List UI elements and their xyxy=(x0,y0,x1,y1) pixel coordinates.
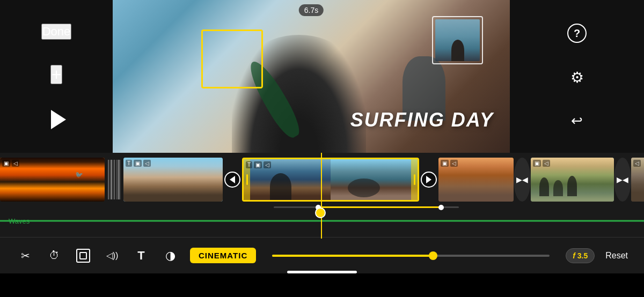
crop-tool[interactable] xyxy=(74,247,92,265)
volume-icon: ◁)) xyxy=(106,250,119,261)
clip-surfers-icons: ▣ ◁ xyxy=(533,160,550,167)
clips-strip: 🐦 ▣ ◁ T ▣ ◁ xyxy=(0,153,644,206)
focus-box-primary[interactable] xyxy=(201,29,263,88)
aperture-icon: f xyxy=(573,251,575,260)
clip-active-right xyxy=(331,159,418,200)
mini-figure xyxy=(451,40,464,61)
clip-sunset[interactable]: 🐦 ▣ ◁ xyxy=(0,158,105,202)
clip-beach2-icons: ▣ ◁ xyxy=(441,160,458,167)
clip-beach-icons: T ▣ ◁ xyxy=(126,160,151,167)
clip-surfers[interactable]: ▣ ◁ xyxy=(531,158,614,202)
cinematic-slider-area xyxy=(272,255,550,257)
clip-handle-right[interactable] xyxy=(411,159,418,200)
skip-right-button[interactable] xyxy=(421,172,437,188)
skip-left-icon xyxy=(230,176,235,183)
timeline-area: 🐦 ▣ ◁ T ▣ ◁ xyxy=(0,153,644,273)
clip-active[interactable]: T ▣ ◁ xyxy=(242,158,419,202)
cinematic-slider-thumb[interactable] xyxy=(429,251,437,260)
home-indicator xyxy=(287,271,357,273)
add-button[interactable]: + xyxy=(50,65,63,84)
left-panel: Done + xyxy=(0,0,113,153)
settings-button[interactable]: ⚙ xyxy=(570,69,584,86)
playhead-line xyxy=(321,153,322,214)
audio-track-label: Waves xyxy=(5,216,33,226)
right-panel: ? ⚙ ↩ xyxy=(510,0,644,153)
skip-left-button[interactable] xyxy=(224,172,240,188)
speed-tool[interactable]: ⏱ xyxy=(45,247,63,265)
undo-button[interactable]: ↩ xyxy=(571,113,583,129)
skip-right-icon xyxy=(426,176,431,183)
aperture-value: 3.5 xyxy=(577,251,588,260)
audio-track-line xyxy=(0,220,644,222)
help-button[interactable]: ? xyxy=(567,24,587,43)
playhead-thumb[interactable] xyxy=(315,207,326,218)
volume-tool[interactable]: ◁)) xyxy=(103,247,121,265)
transition-button-2[interactable]: ▶◀ xyxy=(614,158,631,202)
play-button[interactable] xyxy=(51,110,66,129)
scissors-icon: ✂ xyxy=(21,249,30,262)
title-overlay: SURFiNG DAY xyxy=(350,109,494,131)
done-button[interactable]: Done xyxy=(41,24,72,40)
text-tool[interactable]: T xyxy=(132,247,150,265)
timer-icon: ⏱ xyxy=(49,249,60,262)
clip-sunset-icons: ▣ ◁ xyxy=(2,160,19,167)
clip-final[interactable]: ◁ xyxy=(631,158,644,202)
text-icon: T xyxy=(137,249,144,263)
clip-transition-barcode[interactable] xyxy=(105,158,123,202)
scrubber-container[interactable] xyxy=(274,203,459,212)
cinematic-slider[interactable] xyxy=(272,255,550,257)
clip-final-icons: ◁ xyxy=(633,160,641,167)
focus-box-secondary[interactable] xyxy=(432,16,483,64)
scrubber-dot-right[interactable] xyxy=(438,205,444,210)
focus-box-secondary-inner xyxy=(435,19,480,61)
toolbar: ✂ ⏱ ◁)) T ◑ CINEMATIC xyxy=(0,237,644,273)
cinematic-badge[interactable]: CINEMATIC xyxy=(190,248,256,263)
blend-tool[interactable]: ◑ xyxy=(161,247,179,265)
clip-beach[interactable]: T ▣ ◁ xyxy=(123,158,223,202)
scissors-tool[interactable]: ✂ xyxy=(16,247,34,265)
blend-icon: ◑ xyxy=(165,249,175,263)
crop-icon xyxy=(76,249,90,263)
crop-inner-icon xyxy=(79,252,87,259)
clip-beach2[interactable]: ▣ ◁ xyxy=(438,158,514,202)
video-preview: 6.7s SURFiNG DAY xyxy=(113,0,510,153)
scrubber-track-fill xyxy=(317,206,443,208)
transition-button-1[interactable]: ▶◀ xyxy=(514,158,531,202)
reset-button[interactable]: Reset xyxy=(605,251,628,261)
time-badge: 6.7s xyxy=(299,4,324,16)
cinematic-slider-fill xyxy=(272,255,433,257)
clip-active-icons: T ▣ ◁ xyxy=(246,161,271,168)
aperture-badge[interactable]: f 3.5 xyxy=(566,248,595,263)
